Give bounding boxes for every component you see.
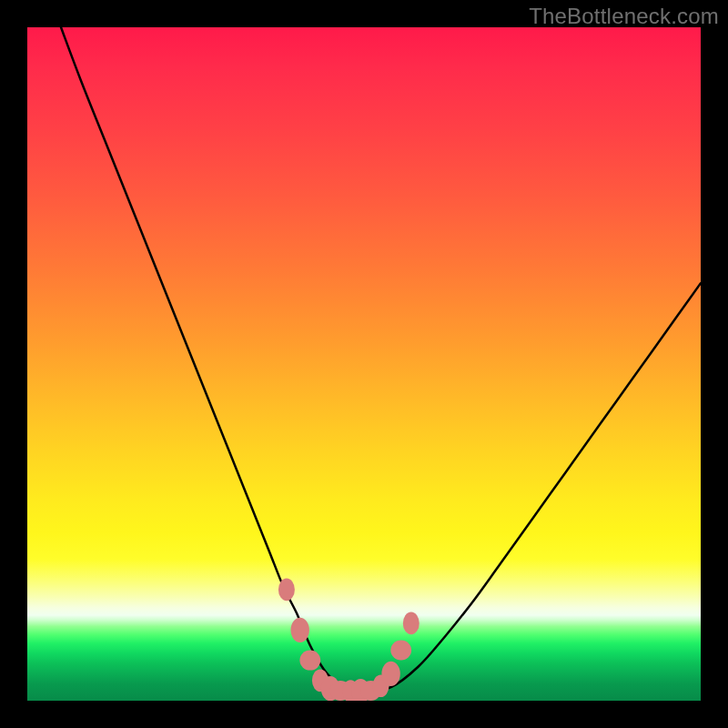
plot-area bbox=[27, 27, 701, 701]
chart-overlay-svg bbox=[27, 27, 701, 701]
bottleneck-curve bbox=[61, 27, 701, 693]
valley-marker bbox=[381, 662, 399, 686]
valley-marker bbox=[299, 651, 320, 671]
valley-marker bbox=[390, 641, 411, 661]
valley-marker bbox=[291, 618, 309, 642]
watermark-text: TheBottleneck.com bbox=[529, 4, 719, 29]
valley-marker bbox=[278, 579, 295, 602]
valley-marker bbox=[403, 612, 420, 635]
chart-stage: TheBottleneck.com bbox=[0, 0, 728, 728]
